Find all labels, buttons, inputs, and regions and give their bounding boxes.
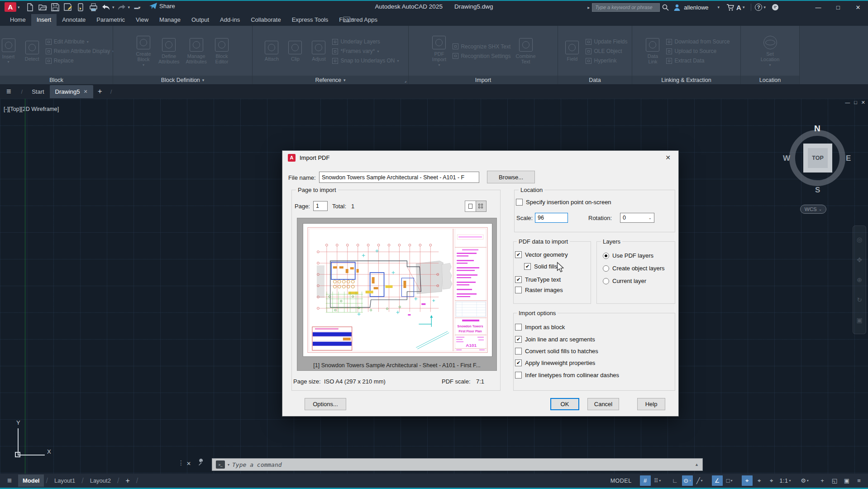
ribbon-button-define-attributes[interactable]: DefineAttributes xyxy=(156,37,181,66)
ribbon-button-download-from-source[interactable]: Download from Source xyxy=(666,38,730,45)
ribbon-button-adjust[interactable]: Adjust xyxy=(308,40,329,63)
viewport-restore-icon[interactable]: □ xyxy=(854,100,857,105)
maximize-button[interactable]: □ xyxy=(828,1,848,13)
thumbnail-view-button[interactable] xyxy=(476,201,486,211)
customize-qat-icon[interactable]: ▬▾ xyxy=(131,2,143,13)
tab-add-ins[interactable]: Add-ins xyxy=(215,14,245,26)
options-button[interactable]: Options... xyxy=(305,398,346,410)
checkbox-import-as-block[interactable]: Import as block xyxy=(515,324,565,331)
ribbon-button-field[interactable]: Field xyxy=(561,40,583,63)
ribbon-button-combine-text[interactable]: CombineText xyxy=(514,37,538,66)
model-space-button[interactable]: MODEL xyxy=(609,475,633,486)
tab-annotate[interactable]: Annotate xyxy=(57,14,91,26)
checkbox-solid-fills[interactable]: ✔Solid fills xyxy=(524,263,557,270)
checkbox-join-line-and-arc-segments[interactable]: ✔Join line and arc segments xyxy=(515,336,595,343)
ribbon-overflow-button[interactable]: ▾ xyxy=(343,16,354,25)
checkbox-apply-lineweight-properties[interactable]: ✔Apply lineweight properties xyxy=(515,360,595,366)
new-file-button[interactable] xyxy=(24,2,36,13)
checkbox-truetype-text[interactable]: ✔TrueType text xyxy=(515,276,561,283)
isolate-objects-icon[interactable]: ◱ xyxy=(829,475,840,486)
expand-search-icon[interactable]: ▸ xyxy=(587,5,590,10)
viewcube-west[interactable]: W xyxy=(783,154,790,163)
undo-button[interactable] xyxy=(100,2,112,13)
file-name-input[interactable]: Snowdon Towers Sample Architectural - Sh… xyxy=(319,172,479,183)
ribbon-button-clip[interactable]: Clip xyxy=(284,40,306,63)
search-icon[interactable] xyxy=(662,4,669,11)
panel-label-data[interactable]: Data xyxy=(558,76,632,84)
autodesk-a-icon[interactable]: A xyxy=(736,4,741,11)
command-dropdown-icon[interactable]: ▾ xyxy=(228,463,229,467)
panel-label-block-definition[interactable]: Block Definition▾ xyxy=(113,76,252,84)
tab-layout2[interactable]: Layout2 xyxy=(86,475,115,487)
dialog-titlebar[interactable]: A Import PDF xyxy=(282,151,678,164)
settings-gear-icon[interactable]: ⚙▾ xyxy=(799,475,810,486)
ribbon-button-data-link[interactable]: DataLink xyxy=(642,37,663,66)
save-as-button[interactable] xyxy=(62,2,74,13)
lineweight-icon[interactable]: ⌖ xyxy=(754,475,765,486)
checkbox-convert-solid-fills-to-hatches[interactable]: Convert solid fills to hatches xyxy=(515,348,598,355)
application-menu-button[interactable]: A ▾ xyxy=(5,2,20,12)
ribbon-button-edit-attribute[interactable]: Edit Attribute▾ xyxy=(46,38,114,45)
help-dropdown-icon[interactable]: ▾ xyxy=(763,5,766,10)
ribbon-button-snap-to-underlays-on[interactable]: Snap to Underlays ON▾ xyxy=(332,58,399,64)
tab-insert[interactable]: Insert xyxy=(31,14,57,26)
panel-label-linking-extraction[interactable]: Linking & Extraction xyxy=(632,76,740,84)
layout-menu-icon[interactable]: ≡ xyxy=(7,476,12,485)
ribbon-button-detect[interactable]: Detect xyxy=(21,40,43,63)
panel-label-import[interactable]: Import xyxy=(409,76,558,84)
zoom-icon[interactable]: ⊕ xyxy=(857,276,862,283)
tab-collaborate[interactable]: Collaborate xyxy=(245,14,286,26)
ribbon-button-recognize-shx-text[interactable]: Recognize SHX Text xyxy=(453,43,510,50)
publish-mobile-button[interactable] xyxy=(74,2,87,13)
search-input[interactable]: Type a keyword or phrase xyxy=(592,3,660,12)
navigation-bar[interactable]: ◎ ✥ ⊕ ↻ ▣ xyxy=(853,225,866,334)
new-layout-button[interactable]: + xyxy=(125,477,129,485)
isometric-drafting-icon[interactable]: ╱▾ xyxy=(694,475,705,486)
tab-close-icon[interactable]: ✕ xyxy=(84,89,88,95)
tab-layout1[interactable]: Layout1 xyxy=(50,475,80,487)
panel-label-location[interactable]: Location xyxy=(741,76,799,84)
tab-express-tools[interactable]: Express Tools xyxy=(286,14,334,26)
ribbon-button-block-editor[interactable]: BlockEditor xyxy=(211,37,233,66)
store-cart-icon[interactable] xyxy=(726,4,734,11)
viewcube-south[interactable]: S xyxy=(815,186,820,195)
object-snap-icon[interactable]: ⌖ xyxy=(742,475,753,486)
command-line-close-icon[interactable]: ✕ xyxy=(186,460,191,467)
plot-button[interactable] xyxy=(87,2,100,13)
redo-dropdown-icon[interactable]: ▾ xyxy=(128,5,130,10)
minimize-button[interactable]: — xyxy=(808,1,828,13)
viewcube-north[interactable]: N xyxy=(814,124,820,134)
new-drawing-tab-button[interactable]: + xyxy=(98,87,102,96)
annotation-scale-button[interactable]: 1:1▾ xyxy=(778,475,792,486)
wcs-menu[interactable]: WCS⌄ xyxy=(800,205,826,214)
viewport-close-icon[interactable]: ✕ xyxy=(861,100,865,105)
ribbon-button-set-location[interactable]: SetLocation▾ xyxy=(758,35,782,68)
orbit-icon[interactable]: ↻ xyxy=(857,296,862,303)
ribbon-button-replace[interactable]: Replace xyxy=(46,58,114,64)
ribbon-button-hyperlink[interactable]: Hyperlink xyxy=(586,58,627,64)
panel-launcher-icon[interactable]: ⌟ xyxy=(405,78,406,83)
browse-button[interactable]: Browse... xyxy=(487,171,535,183)
tab-model[interactable]: Model xyxy=(18,475,44,487)
ribbon-button-pdf-import[interactable]: PDFImport▾ xyxy=(428,35,450,68)
radio-create-object-layers[interactable]: Create object layers xyxy=(603,265,665,272)
tab-parametric[interactable]: Parametric xyxy=(91,14,130,26)
ribbon-button-attach[interactable]: Attach xyxy=(261,40,282,63)
tab-featured-apps[interactable]: Featured Apps xyxy=(334,14,383,26)
tab-start[interactable]: Start xyxy=(26,85,49,98)
specify-insertion-checkbox[interactable]: Specify insertion point on-screen xyxy=(516,199,611,206)
checkbox-infer-linetypes-from-collinear-dashes[interactable]: Infer linetypes from collinear dashes xyxy=(515,372,619,379)
tab-manage[interactable]: Manage xyxy=(154,14,186,26)
ribbon-button-recognition-settings[interactable]: Recognition Settings xyxy=(453,53,510,59)
tab-home[interactable]: Home xyxy=(5,14,31,26)
customization-menu-icon[interactable]: ≡ xyxy=(854,475,864,486)
showmotion-icon[interactable]: ▣ xyxy=(856,316,862,324)
annotation-monitor-icon[interactable]: ⌖ xyxy=(766,475,777,486)
dialog-close-button[interactable]: ✕ xyxy=(661,152,675,163)
cancel-button[interactable]: Cancel xyxy=(587,398,619,410)
ribbon-button-upload-to-source[interactable]: Upload to Source xyxy=(666,48,730,54)
ribbon-button-retain-attribute-display[interactable]: Retain Attribute Display▾ xyxy=(46,48,114,54)
command-history-icon[interactable]: ▲ xyxy=(695,462,699,467)
ribbon-button-insert[interactable]: Insert▾ xyxy=(0,38,19,65)
apps-dropdown-icon[interactable]: ▾ xyxy=(743,5,745,10)
